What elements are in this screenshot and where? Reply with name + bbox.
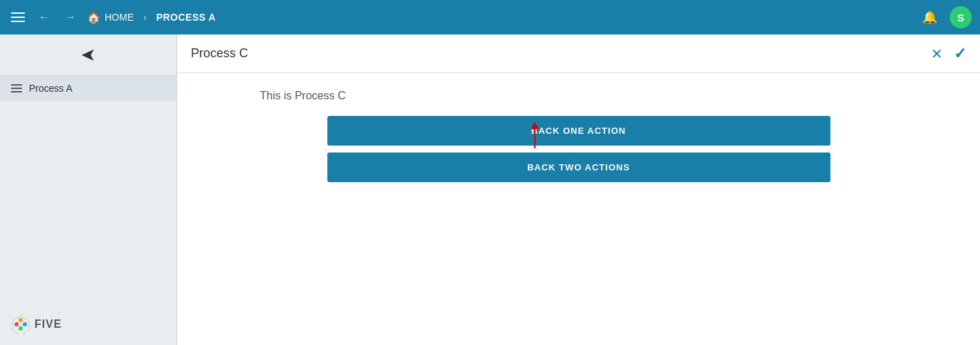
home-icon: 🏠 — [87, 11, 101, 24]
user-avatar[interactable]: S — [950, 6, 972, 28]
back-two-actions-button[interactable]: BACK TWO ACTIONS — [327, 152, 830, 182]
panel-title: Process C — [191, 46, 248, 61]
svg-point-3 — [23, 322, 27, 326]
five-logo-text: FIVE — [34, 318, 62, 331]
action-buttons-container: BACK ONE ACTION BACK TWO ACTIONS — [327, 116, 830, 182]
top-navbar: ← → 🏠 HOME › PROCESS A 🔔 S — [0, 0, 980, 34]
panel-header-actions: ✕ ✓ — [931, 45, 966, 63]
back-button[interactable]: ← — [34, 8, 54, 26]
five-logo-icon — [11, 315, 30, 334]
panel-body: This is Process C BACK ONE ACTION BACK T… — [177, 73, 980, 182]
share-icon[interactable]: ➤ — [81, 44, 96, 66]
main-panel: Process C ✕ ✓ This is Process C BACK ONE… — [177, 34, 980, 345]
sidebar-footer: FIVE — [11, 315, 62, 334]
sidebar: ➤ Process A FIVE — [0, 34, 177, 345]
svg-point-1 — [14, 322, 19, 326]
arrow-head — [531, 122, 539, 129]
back-one-action-button[interactable]: BACK ONE ACTION — [327, 116, 830, 146]
svg-point-2 — [19, 318, 23, 322]
sidebar-item-label: Process A — [29, 83, 72, 94]
home-link[interactable]: 🏠 HOME — [87, 11, 134, 24]
hamburger-menu[interactable] — [8, 10, 28, 25]
notification-bell[interactable]: 🔔 — [917, 7, 943, 28]
panel-close-button[interactable]: ✕ — [931, 46, 943, 62]
breadcrumb-text: PROCESS A — [156, 12, 216, 23]
menu-icon — [11, 84, 22, 92]
breadcrumb-chevron: › — [143, 12, 147, 23]
home-label: HOME — [105, 12, 134, 23]
panel-confirm-button[interactable]: ✓ — [954, 45, 966, 63]
arrow-annotation — [531, 124, 539, 148]
arrow-line — [534, 129, 535, 148]
svg-point-4 — [19, 326, 23, 331]
sidebar-top-area: ➤ — [0, 34, 176, 76]
sidebar-item-process-a[interactable]: Process A — [0, 76, 176, 101]
forward-button[interactable]: → — [61, 8, 80, 26]
process-description: This is Process C — [177, 90, 345, 102]
panel-header: Process C ✕ ✓ — [177, 34, 980, 73]
